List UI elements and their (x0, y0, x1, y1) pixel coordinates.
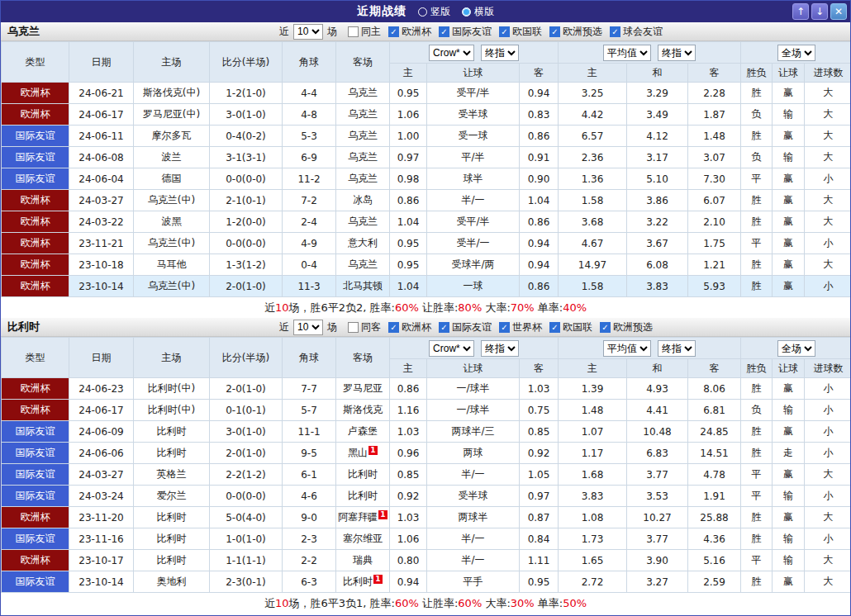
table-row[interactable]: 欧洲杯24-06-23比利时(中)2-0(1-0)7-7罗马尼亚0.86一/球半… (2, 378, 851, 400)
home-team-cell[interactable]: 英格兰 (134, 464, 210, 486)
checkbox-checked-icon[interactable]: ✓ (499, 322, 510, 333)
home-team-cell[interactable]: 爱尔兰 (134, 486, 210, 507)
home-team-cell[interactable]: 比利时(中) (134, 400, 210, 421)
filter-checkbox[interactable]: ✓欧国联 (549, 320, 592, 334)
euro-index-select[interactable]: 终指 (658, 340, 696, 357)
filter-checkbox[interactable]: ✓欧国联 (499, 25, 542, 39)
away-team-cell[interactable]: 乌克兰 (336, 254, 390, 276)
table-row[interactable]: 欧洲杯24-06-21斯洛伐克(中)1-2(1-0)4-4乌克兰0.95受平/半… (2, 83, 851, 104)
away-team-cell[interactable]: 乌克兰 (336, 147, 390, 168)
home-team-cell[interactable]: 乌克兰(中) (134, 276, 210, 297)
away-team-cell[interactable]: 北马其顿 (336, 276, 390, 297)
table-row[interactable]: 欧洲杯24-06-17比利时(中)0-1(0-1)5-7斯洛伐克1.16一/球半… (2, 400, 851, 421)
scroll-down-button[interactable]: ↓ (811, 3, 828, 20)
away-team-cell[interactable]: 乌克兰 (336, 126, 390, 147)
away-team-cell[interactable]: 冰岛 (336, 190, 390, 211)
table-row[interactable]: 国际友谊24-03-27英格兰2-2(1-2)6-1比利时0.85半/一1.05… (2, 464, 851, 486)
away-team-cell[interactable]: 比利时1 (336, 571, 390, 593)
checkbox-unchecked-icon[interactable] (348, 26, 359, 37)
away-team-cell[interactable]: 乌克兰 (336, 211, 390, 233)
table-row[interactable]: 欧洲杯23-10-14乌克兰(中)2-0(1-0)11-3北马其顿1.04一球0… (2, 276, 851, 297)
checkbox-checked-icon[interactable]: ✓ (610, 26, 620, 37)
handicap-index-select[interactable]: 终指 (481, 340, 519, 357)
home-team-cell[interactable]: 比利时 (134, 443, 210, 464)
handicap-bookmaker-select[interactable]: Crow* (429, 45, 474, 61)
away-team-cell[interactable]: 阿塞拜疆1 (336, 507, 390, 528)
away-team-cell[interactable]: 乌克兰 (336, 104, 390, 126)
away-team-cell[interactable]: 比利时 (336, 464, 390, 486)
table-row[interactable]: 欧洲杯23-10-18马耳他1-3(1-2)0-4乌克兰0.95受球半/两0.9… (2, 254, 851, 276)
table-row[interactable]: 国际友谊24-06-11摩尔多瓦0-4(0-2)5-3乌克兰1.00受一球0.8… (2, 126, 851, 147)
table-row[interactable]: 国际友谊24-06-08波兰3-1(3-1)6-9乌克兰0.97平/半0.912… (2, 147, 851, 168)
away-team-cell[interactable]: 乌克兰 (336, 168, 390, 190)
home-team-cell[interactable]: 德国 (134, 168, 210, 190)
euro-bookmaker-select[interactable]: 平均值 (603, 340, 651, 357)
filter-checkbox[interactable]: 同主 (348, 25, 381, 39)
table-row[interactable]: 国际友谊24-03-24爱尔兰0-0(0-0)4-6比利时0.92受半球0.97… (2, 486, 851, 507)
table-row[interactable]: 国际友谊23-11-16比利时1-0(1-0)2-3塞尔维亚1.06半/一0.8… (2, 528, 851, 550)
filter-checkbox[interactable]: ✓世界杯 (499, 320, 542, 334)
layout-horizontal-radio[interactable]: 横版 (462, 5, 494, 19)
table-row[interactable]: 国际友谊24-06-09比利时3-0(1-0)11-1卢森堡1.03两球半/三0… (2, 421, 851, 443)
table-row[interactable]: 国际友谊24-06-06比利时2-0(1-0)9-5黑山10.96两球0.921… (2, 443, 851, 464)
home-team-cell[interactable]: 比利时 (134, 528, 210, 550)
table-row[interactable]: 欧洲杯23-10-17比利时1-1(1-1)2-2瑞典0.80半/一1.111.… (2, 550, 851, 571)
filter-checkbox[interactable]: ✓球会友谊 (610, 25, 663, 39)
table-row[interactable]: 欧洲杯23-11-20比利时5-0(4-0)9-0阿塞拜疆11.03两球半0.8… (2, 507, 851, 528)
away-team-cell[interactable]: 乌克兰 (336, 83, 390, 104)
close-button[interactable]: ✕ (830, 3, 847, 20)
away-team-cell[interactable]: 塞尔维亚 (336, 528, 390, 550)
checkbox-checked-icon[interactable]: ✓ (439, 322, 449, 333)
table-row[interactable]: 国际友谊24-06-04德国0-0(0-0)11-2乌克兰0.98球半0.901… (2, 168, 851, 190)
home-team-cell[interactable]: 马耳他 (134, 254, 210, 276)
euro-bookmaker-select[interactable]: 平均值 (603, 45, 651, 61)
checkbox-checked-icon[interactable]: ✓ (499, 26, 510, 37)
checkbox-checked-icon[interactable]: ✓ (600, 322, 611, 333)
home-team-cell[interactable]: 比利时 (134, 550, 210, 571)
radio-selected-icon[interactable] (462, 7, 471, 17)
checkbox-checked-icon[interactable]: ✓ (388, 26, 399, 37)
match-count-select[interactable]: 10 (293, 24, 323, 40)
checkbox-checked-icon[interactable]: ✓ (388, 322, 399, 333)
table-row[interactable]: 欧洲杯24-06-17罗马尼亚(中)3-0(1-0)4-8乌克兰1.06受半球0… (2, 104, 851, 126)
radio-icon[interactable] (418, 7, 427, 17)
filter-checkbox[interactable]: ✓欧洲杯 (388, 320, 431, 334)
scroll-up-button[interactable]: ↑ (792, 3, 809, 20)
filter-checkbox[interactable]: ✓国际友谊 (439, 320, 492, 334)
home-team-cell[interactable]: 奥地利 (134, 571, 210, 593)
home-team-cell[interactable]: 比利时 (134, 421, 210, 443)
euro-index-select[interactable]: 终指 (658, 45, 696, 61)
away-team-cell[interactable]: 比利时 (336, 486, 390, 507)
checkbox-checked-icon[interactable]: ✓ (439, 26, 449, 37)
table-row[interactable]: 欧洲杯24-03-27乌克兰(中)2-1(0-1)7-2冰岛0.86半/一1.0… (2, 190, 851, 211)
home-team-cell[interactable]: 比利时 (134, 507, 210, 528)
match-count-select[interactable]: 10 (293, 320, 323, 335)
home-team-cell[interactable]: 比利时(中) (134, 378, 210, 400)
table-row[interactable]: 国际友谊23-10-14奥地利2-3(0-1)6-3比利时10.94平手0.95… (2, 571, 851, 593)
checkbox-checked-icon[interactable]: ✓ (549, 322, 560, 333)
home-team-cell[interactable]: 波黑 (134, 211, 210, 233)
table-row[interactable]: 欧洲杯23-11-21乌克兰(中)0-0(0-0)4-9意大利0.95受半/一0… (2, 233, 851, 254)
away-team-cell[interactable]: 斯洛伐克 (336, 400, 390, 421)
home-team-cell[interactable]: 乌克兰(中) (134, 190, 210, 211)
checkbox-checked-icon[interactable]: ✓ (549, 26, 560, 37)
home-team-cell[interactable]: 罗马尼亚(中) (134, 104, 210, 126)
handicap-index-select[interactable]: 终指 (481, 45, 519, 61)
table-row[interactable]: 欧洲杯24-03-22波黑1-2(0-0)2-4乌克兰1.04受平/半0.863… (2, 211, 851, 233)
away-team-cell[interactable]: 卢森堡 (336, 421, 390, 443)
handicap-bookmaker-select[interactable]: Crow* (429, 340, 474, 357)
result-scope-select[interactable]: 全场 (777, 340, 815, 357)
result-scope-select[interactable]: 全场 (777, 45, 815, 61)
filter-checkbox[interactable]: ✓欧洲杯 (388, 25, 431, 39)
home-team-cell[interactable]: 乌克兰(中) (134, 233, 210, 254)
filter-checkbox[interactable]: ✓欧洲预选 (549, 25, 602, 39)
home-team-cell[interactable]: 摩尔多瓦 (134, 126, 210, 147)
away-team-cell[interactable]: 意大利 (336, 233, 390, 254)
filter-checkbox[interactable]: ✓欧洲预选 (600, 320, 653, 334)
checkbox-unchecked-icon[interactable] (348, 322, 359, 333)
layout-vertical-radio[interactable]: 竖版 (418, 5, 450, 19)
filter-checkbox[interactable]: 同客 (348, 320, 381, 334)
home-team-cell[interactable]: 斯洛伐克(中) (134, 83, 210, 104)
filter-checkbox[interactable]: ✓国际友谊 (439, 25, 492, 39)
away-team-cell[interactable]: 黑山1 (336, 443, 390, 464)
